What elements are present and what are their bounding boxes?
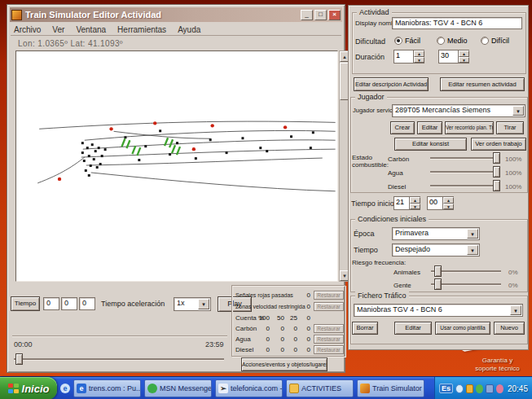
radio-dificil[interactable]: Difícil — [481, 37, 509, 45]
slider-track[interactable] — [430, 157, 500, 159]
service-combo[interactable]: 289T05 Mercancías Siemens ▼ — [392, 104, 525, 117]
spinner-down-icon[interactable]: ▼ — [414, 57, 424, 64]
traffic-edit-button[interactable]: Editar — [394, 322, 432, 335]
spinner-down-icon[interactable]: ▼ — [443, 204, 454, 210]
slider-track[interactable] — [430, 185, 500, 186]
radio-facil[interactable]: Fácil — [394, 37, 420, 45]
slider-thumb[interactable] — [434, 278, 442, 290]
chevron-down-icon[interactable]: ▼ — [467, 245, 478, 255]
spinner-up-icon[interactable]: ▲ — [410, 197, 420, 204]
time-slider-track[interactable] — [14, 358, 224, 360]
spinner-down-icon[interactable]: ▼ — [459, 57, 469, 64]
time-field-hours[interactable]: 0 — [43, 297, 59, 310]
duration-hours-spinner[interactable]: 1 ▲▼ — [394, 50, 424, 64]
menu-ver[interactable]: Ver — [52, 25, 64, 34]
signals-restore-button[interactable]: Restaurar — [314, 291, 344, 300]
service-create-button[interactable]: Crear — [390, 121, 415, 134]
weather-combo[interactable]: Despejado ▼ — [392, 243, 480, 256]
people-slider[interactable] — [431, 278, 501, 290]
time-field-minutes[interactable]: 0 — [61, 297, 77, 310]
edit-description-button[interactable]: Editar descripción Actividad — [354, 77, 429, 91]
display-name-input[interactable]: Maniobras: TGV 4 - BCN 6 — [392, 17, 522, 29]
tray-clock[interactable]: 20:45 — [508, 384, 528, 393]
start-minutes-spinner[interactable]: 00 ▲▼ — [427, 196, 454, 210]
service-edit-button[interactable]: Editar — [417, 121, 442, 134]
slider-thumb[interactable] — [434, 265, 442, 277]
task-activities-folder[interactable]: ACTIVITIES — [286, 379, 354, 397]
slider-track[interactable] — [430, 171, 500, 173]
zones-restore-button[interactable]: Restaurar — [314, 302, 344, 311]
radio-dot-icon[interactable] — [481, 37, 489, 45]
diesel-slider[interactable] — [430, 180, 500, 191]
signals-value: 0 — [299, 292, 310, 299]
route-map[interactable] — [16, 51, 337, 281]
weather-value: Despejado — [395, 245, 430, 253]
traffic-new-button[interactable]: Nuevo — [494, 322, 525, 335]
accel-combo[interactable]: 1x ▼ — [174, 297, 211, 311]
duration-minutes-spinner[interactable]: 30 ▲▼ — [438, 50, 469, 64]
season-combo[interactable]: Primavera ▼ — [392, 227, 480, 240]
task-telefonica[interactable]: ➢ telefonica.com -... — [215, 379, 283, 397]
radio-dot-icon[interactable] — [437, 37, 445, 45]
users-icon[interactable] — [496, 384, 503, 393]
time-slider-thumb[interactable] — [15, 353, 23, 365]
menu-ventana[interactable]: Ventana — [76, 25, 106, 34]
edit-consist-button[interactable]: Editar konsist — [394, 138, 467, 151]
spinner-up-icon[interactable]: ▲ — [443, 197, 454, 204]
traffic-use-template-button[interactable]: Usar como plantilla — [435, 322, 490, 335]
language-indicator[interactable]: Es — [439, 384, 453, 393]
service-view-path-button[interactable]: Ver recorrido plan. Tr — [445, 121, 494, 134]
shield-icon[interactable] — [466, 384, 474, 393]
tiempo-button[interactable]: Tiempo — [11, 296, 40, 311]
task-msn-messenger[interactable]: MSN Messenger — [144, 379, 212, 397]
start-button[interactable]: Inicio — [0, 377, 57, 399]
coal-slider[interactable] — [430, 152, 500, 164]
fuel-restore-button[interactable]: Restaurar — [314, 335, 344, 344]
animals-slider[interactable] — [431, 265, 501, 277]
slider-thumb[interactable] — [493, 152, 500, 164]
water-slider[interactable] — [430, 166, 500, 178]
accel-value: 1x — [177, 299, 185, 307]
task-trens[interactable]: e trens.com : Pu... — [73, 379, 141, 397]
clock-icon[interactable] — [455, 384, 464, 393]
fuel-restore-button[interactable]: Restaurar — [314, 324, 344, 333]
network-icon[interactable] — [486, 384, 494, 393]
taskbar: Inicio e e trens.com : Pu... MSN Messeng… — [0, 376, 532, 399]
edit-summary-button[interactable]: Editar resumen actividad — [440, 77, 525, 91]
minimize-button[interactable]: _ — [301, 10, 313, 20]
chevron-down-icon[interactable]: ▼ — [510, 305, 521, 315]
spinner-up-icon[interactable]: ▲ — [459, 50, 469, 57]
close-button[interactable]: × — [328, 10, 341, 20]
fuel-row-label: Agua — [235, 335, 251, 343]
actions-events-button[interactable]: Acciones/eventos y objetos/lugares — [241, 357, 328, 371]
route-map-canvas[interactable] — [15, 50, 338, 282]
messenger-icon[interactable] — [476, 384, 483, 393]
maximize-button[interactable]: □ — [314, 10, 327, 20]
msn-icon — [147, 384, 157, 393]
chevron-down-icon[interactable]: ▼ — [512, 106, 524, 116]
traffic-combo[interactable]: Maniobras TGV 4 - BCN 6 ▼ — [354, 304, 523, 317]
service-delete-button[interactable]: Tirar — [496, 121, 524, 134]
radio-dificil-label: Difícil — [491, 37, 509, 45]
spinner-up-icon[interactable]: ▲ — [414, 50, 424, 57]
task-label: MSN Messenger — [160, 384, 212, 392]
chevron-down-icon[interactable]: ▼ — [198, 299, 209, 309]
quick-launch-ie-icon[interactable]: e — [60, 384, 70, 393]
menu-ayuda[interactable]: Ayuda — [178, 25, 200, 34]
start-hours-spinner[interactable]: 21 ▲▼ — [394, 196, 420, 210]
time-field-seconds[interactable]: 0 — [79, 297, 95, 310]
traffic-delete-button[interactable]: Borrar — [352, 322, 378, 335]
slider-thumb[interactable] — [493, 166, 500, 178]
spinner-down-icon[interactable]: ▼ — [410, 204, 420, 210]
slider-thumb[interactable] — [493, 180, 500, 191]
radio-dot-icon[interactable] — [394, 37, 402, 45]
chevron-down-icon[interactable]: ▼ — [467, 229, 478, 239]
fuel-restore-button[interactable]: Restaurar — [314, 345, 344, 354]
view-work-order-button[interactable]: Ver orden trabajo — [471, 138, 526, 151]
radio-medio[interactable]: Medio — [437, 37, 468, 45]
task-train-simulator[interactable]: Train Simulator Ed — [357, 379, 424, 397]
time-slider[interactable] — [14, 353, 224, 366]
menu-herramientas[interactable]: Herramientas — [117, 25, 166, 34]
menu-archivo[interactable]: Archivo — [14, 25, 41, 34]
title-bar[interactable]: Train Simulator Editor Actividad _ □ × — [10, 7, 342, 22]
